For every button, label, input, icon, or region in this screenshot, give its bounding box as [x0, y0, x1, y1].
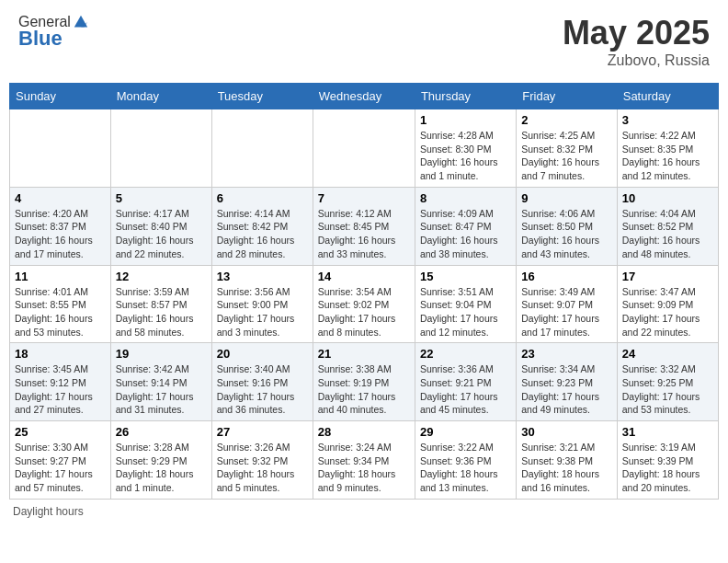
calendar-table: SundayMondayTuesdayWednesdayThursdayFrid… [9, 83, 719, 500]
weekday-header-row: SundayMondayTuesdayWednesdayThursdayFrid… [10, 84, 719, 109]
weekday-header-saturday: Saturday [617, 84, 718, 109]
calendar-week-5: 25Sunrise: 3:30 AM Sunset: 9:27 PM Dayli… [10, 421, 719, 500]
calendar-cell: 14Sunrise: 3:54 AM Sunset: 9:02 PM Dayli… [313, 265, 415, 343]
day-number: 5 [116, 191, 207, 205]
day-info: Sunrise: 4:20 AM Sunset: 8:37 PM Dayligh… [15, 207, 106, 261]
calendar-cell: 30Sunrise: 3:21 AM Sunset: 9:38 PM Dayli… [517, 421, 617, 500]
day-info: Sunrise: 3:26 AM Sunset: 9:32 PM Dayligh… [217, 441, 308, 495]
calendar-cell: 1Sunrise: 4:28 AM Sunset: 8:30 PM Daylig… [415, 109, 516, 188]
calendar-cell: 4Sunrise: 4:20 AM Sunset: 8:37 PM Daylig… [10, 187, 111, 265]
day-info: Sunrise: 3:59 AM Sunset: 8:57 PM Dayligh… [116, 285, 207, 339]
day-info: Sunrise: 4:01 AM Sunset: 8:55 PM Dayligh… [15, 285, 106, 339]
day-number: 17 [622, 270, 713, 283]
day-info: Sunrise: 3:24 AM Sunset: 9:34 PM Dayligh… [318, 441, 410, 495]
calendar-cell: 26Sunrise: 3:28 AM Sunset: 9:29 PM Dayli… [110, 421, 211, 500]
day-number: 20 [217, 347, 308, 361]
logo-icon [73, 14, 89, 30]
calendar-cell: 27Sunrise: 3:26 AM Sunset: 9:32 PM Dayli… [211, 421, 313, 500]
day-number: 16 [521, 270, 611, 283]
day-number: 26 [116, 425, 207, 439]
page-header: General Blue May 2025 Zubovo, Russia [9, 9, 719, 74]
calendar-cell: 10Sunrise: 4:04 AM Sunset: 8:52 PM Dayli… [617, 187, 718, 265]
calendar-cell: 18Sunrise: 3:45 AM Sunset: 9:12 PM Dayli… [10, 343, 111, 421]
calendar-cell [110, 109, 211, 188]
day-number: 22 [420, 347, 511, 361]
calendar-cell: 22Sunrise: 3:36 AM Sunset: 9:21 PM Dayli… [415, 343, 516, 421]
calendar-cell: 13Sunrise: 3:56 AM Sunset: 9:00 PM Dayli… [211, 265, 313, 343]
calendar-cell: 3Sunrise: 4:22 AM Sunset: 8:35 PM Daylig… [617, 109, 718, 188]
day-number: 25 [15, 425, 106, 439]
weekday-header-thursday: Thursday [415, 84, 516, 109]
calendar-week-3: 11Sunrise: 4:01 AM Sunset: 8:55 PM Dayli… [10, 265, 719, 343]
calendar-cell: 24Sunrise: 3:32 AM Sunset: 9:25 PM Dayli… [617, 343, 718, 421]
day-info: Sunrise: 3:49 AM Sunset: 9:07 PM Dayligh… [521, 285, 611, 339]
day-info: Sunrise: 3:38 AM Sunset: 9:19 PM Dayligh… [318, 362, 410, 417]
calendar-cell: 20Sunrise: 3:40 AM Sunset: 9:16 PM Dayli… [211, 343, 313, 421]
day-info: Sunrise: 3:45 AM Sunset: 9:12 PM Dayligh… [15, 362, 106, 417]
weekday-header-wednesday: Wednesday [313, 84, 415, 109]
day-number: 15 [420, 270, 511, 283]
day-number: 27 [217, 425, 308, 439]
calendar-cell: 9Sunrise: 4:06 AM Sunset: 8:50 PM Daylig… [517, 187, 617, 265]
day-number: 6 [217, 191, 308, 205]
calendar-cell: 15Sunrise: 3:51 AM Sunset: 9:04 PM Dayli… [415, 265, 516, 343]
day-number: 1 [420, 113, 511, 127]
day-info: Sunrise: 3:22 AM Sunset: 9:36 PM Dayligh… [420, 441, 511, 495]
calendar-week-1: 1Sunrise: 4:28 AM Sunset: 8:30 PM Daylig… [10, 109, 719, 188]
calendar-cell: 21Sunrise: 3:38 AM Sunset: 9:19 PM Dayli… [313, 343, 415, 421]
day-number: 7 [318, 191, 410, 205]
day-info: Sunrise: 3:36 AM Sunset: 9:21 PM Dayligh… [420, 362, 511, 417]
day-number: 12 [116, 270, 207, 283]
day-info: Sunrise: 3:30 AM Sunset: 9:27 PM Dayligh… [15, 441, 106, 495]
day-info: Sunrise: 3:54 AM Sunset: 9:02 PM Dayligh… [318, 285, 410, 339]
day-info: Sunrise: 3:56 AM Sunset: 9:00 PM Dayligh… [217, 285, 308, 339]
day-number: 29 [420, 425, 511, 439]
day-info: Sunrise: 3:34 AM Sunset: 9:23 PM Dayligh… [521, 362, 611, 417]
day-number: 23 [521, 347, 611, 361]
calendar-cell: 19Sunrise: 3:42 AM Sunset: 9:14 PM Dayli… [110, 343, 211, 421]
day-info: Sunrise: 4:22 AM Sunset: 8:35 PM Dayligh… [622, 129, 713, 183]
location-subtitle: Zubovo, Russia [563, 52, 710, 69]
day-number: 28 [318, 425, 410, 439]
day-info: Sunrise: 4:09 AM Sunset: 8:47 PM Dayligh… [420, 207, 511, 261]
day-number: 3 [622, 113, 713, 127]
day-info: Sunrise: 3:51 AM Sunset: 9:04 PM Dayligh… [420, 285, 511, 339]
day-number: 13 [217, 270, 308, 283]
day-number: 2 [521, 113, 611, 127]
calendar-cell: 17Sunrise: 3:47 AM Sunset: 9:09 PM Dayli… [617, 265, 718, 343]
day-info: Sunrise: 3:32 AM Sunset: 9:25 PM Dayligh… [622, 362, 713, 417]
day-info: Sunrise: 3:40 AM Sunset: 9:16 PM Dayligh… [217, 362, 308, 417]
calendar-cell: 12Sunrise: 3:59 AM Sunset: 8:57 PM Dayli… [110, 265, 211, 343]
calendar-cell: 7Sunrise: 4:12 AM Sunset: 8:45 PM Daylig… [313, 187, 415, 265]
day-info: Sunrise: 3:28 AM Sunset: 9:29 PM Dayligh… [116, 441, 207, 495]
day-info: Sunrise: 3:42 AM Sunset: 9:14 PM Dayligh… [116, 362, 207, 417]
day-info: Sunrise: 3:47 AM Sunset: 9:09 PM Dayligh… [622, 285, 713, 339]
day-number: 30 [521, 425, 611, 439]
calendar-cell [10, 109, 111, 188]
calendar-cell: 31Sunrise: 3:19 AM Sunset: 9:39 PM Dayli… [617, 421, 718, 500]
calendar-cell: 6Sunrise: 4:14 AM Sunset: 8:42 PM Daylig… [211, 187, 313, 265]
day-number: 31 [622, 425, 713, 439]
calendar-cell [313, 109, 415, 188]
day-number: 10 [622, 191, 713, 205]
day-info: Sunrise: 4:17 AM Sunset: 8:40 PM Dayligh… [116, 207, 207, 261]
weekday-header-tuesday: Tuesday [211, 84, 313, 109]
calendar-cell: 5Sunrise: 4:17 AM Sunset: 8:40 PM Daylig… [110, 187, 211, 265]
day-info: Sunrise: 3:21 AM Sunset: 9:38 PM Dayligh… [521, 441, 611, 495]
day-number: 8 [420, 191, 511, 205]
day-info: Sunrise: 4:14 AM Sunset: 8:42 PM Dayligh… [217, 207, 308, 261]
calendar-cell: 11Sunrise: 4:01 AM Sunset: 8:55 PM Dayli… [10, 265, 111, 343]
title-block: May 2025 Zubovo, Russia [563, 14, 710, 69]
calendar-week-2: 4Sunrise: 4:20 AM Sunset: 8:37 PM Daylig… [10, 187, 719, 265]
day-number: 11 [15, 270, 106, 283]
day-info: Sunrise: 4:12 AM Sunset: 8:45 PM Dayligh… [318, 207, 410, 261]
calendar-cell: 29Sunrise: 3:22 AM Sunset: 9:36 PM Dayli… [415, 421, 516, 500]
day-number: 24 [622, 347, 713, 361]
day-number: 14 [318, 270, 410, 283]
day-info: Sunrise: 4:04 AM Sunset: 8:52 PM Dayligh… [622, 207, 713, 261]
day-info: Sunrise: 4:28 AM Sunset: 8:30 PM Dayligh… [420, 129, 511, 183]
month-year-title: May 2025 [563, 14, 710, 52]
calendar-cell: 2Sunrise: 4:25 AM Sunset: 8:32 PM Daylig… [517, 109, 617, 188]
day-number: 4 [15, 191, 106, 205]
weekday-header-monday: Monday [110, 84, 211, 109]
